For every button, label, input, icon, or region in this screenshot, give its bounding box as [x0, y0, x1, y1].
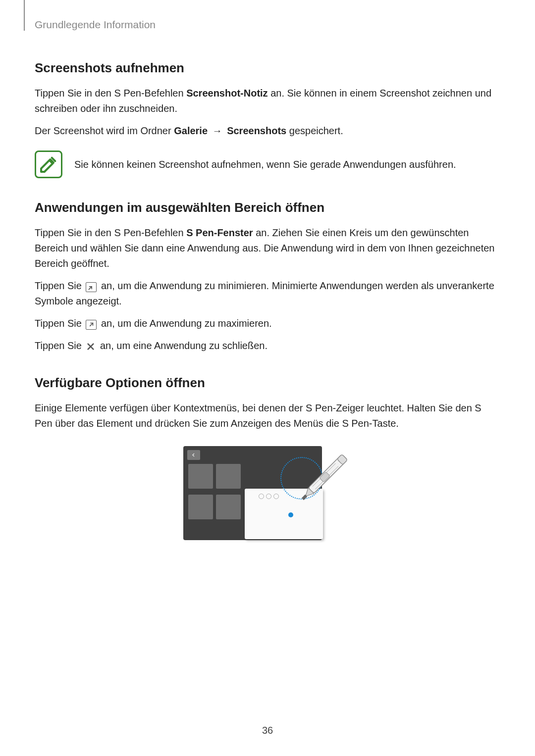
heading-available-options: Verfügbare Optionen öffnen	[35, 375, 500, 391]
thumbnail-tile	[216, 495, 241, 519]
text: an, um eine Anwendung zu schließen.	[97, 340, 268, 351]
page-content: Grundlegende Information Screenshots auf…	[0, 0, 535, 540]
back-button-illustration	[187, 450, 200, 460]
paragraph: Einige Elemente verfügen über Kontextmen…	[35, 401, 500, 431]
thumbnail-tile	[216, 464, 241, 489]
note-callout: Sie können keinen Screenshot aufnehmen, …	[35, 151, 500, 178]
paragraph: Tippen Sie in den S Pen-Befehlen Screens…	[35, 86, 500, 116]
illustration	[183, 446, 352, 540]
bold-text: Screenshot-Notiz	[186, 88, 268, 99]
note-text: Sie können keinen Screenshot aufnehmen, …	[74, 157, 500, 172]
bold-text: Screenshots	[227, 125, 286, 136]
text: Tippen Sie in den S Pen-Befehlen	[35, 227, 186, 238]
heading-open-apps-area: Anwendungen im ausgewählten Bereich öffn…	[35, 200, 500, 215]
text: Der Screenshot wird im Ordner	[35, 125, 174, 136]
page-number: 36	[0, 725, 535, 736]
close-icon	[86, 342, 96, 352]
paragraph: Der Screenshot wird im Ordner Galerie → …	[35, 123, 500, 139]
page-edge-mark	[24, 0, 25, 31]
text: Tippen Sie	[35, 340, 84, 351]
context-menu-popup	[245, 489, 323, 539]
thumbnail-tile	[188, 464, 213, 489]
pointer-dot	[288, 512, 293, 517]
popup-option-dots	[259, 494, 279, 499]
bold-text: S Pen-Fenster	[186, 227, 253, 238]
text: gespeichert.	[286, 125, 343, 136]
text: an, um die Anwendung zu minimieren. Mini…	[35, 280, 494, 306]
thumbnail-tile	[188, 495, 213, 519]
paragraph: Tippen Sie an, um die Anwendung zu maxim…	[35, 316, 500, 331]
heading-screenshots: Screenshots aufnehmen	[35, 60, 500, 76]
text: Tippen Sie	[35, 318, 84, 329]
minimize-icon	[86, 282, 97, 292]
paragraph: Tippen Sie an, um eine Anwendung zu schl…	[35, 338, 500, 353]
text: Tippen Sie	[35, 280, 84, 291]
maximize-icon	[86, 320, 97, 330]
bold-text: Galerie	[174, 125, 208, 136]
note-icon	[35, 151, 62, 178]
arrow-separator: →	[208, 125, 227, 136]
svg-rect-3	[337, 454, 347, 465]
paragraph: Tippen Sie an, um die Anwendung zu minim…	[35, 278, 500, 309]
breadcrumb: Grundlegende Information	[35, 19, 500, 31]
device-frame	[183, 446, 322, 540]
text: an, um die Anwendung zu maximieren.	[98, 318, 271, 329]
paragraph: Tippen Sie in den S Pen-Befehlen S Pen-F…	[35, 225, 500, 271]
text: Tippen Sie in den S Pen-Befehlen	[35, 88, 186, 99]
